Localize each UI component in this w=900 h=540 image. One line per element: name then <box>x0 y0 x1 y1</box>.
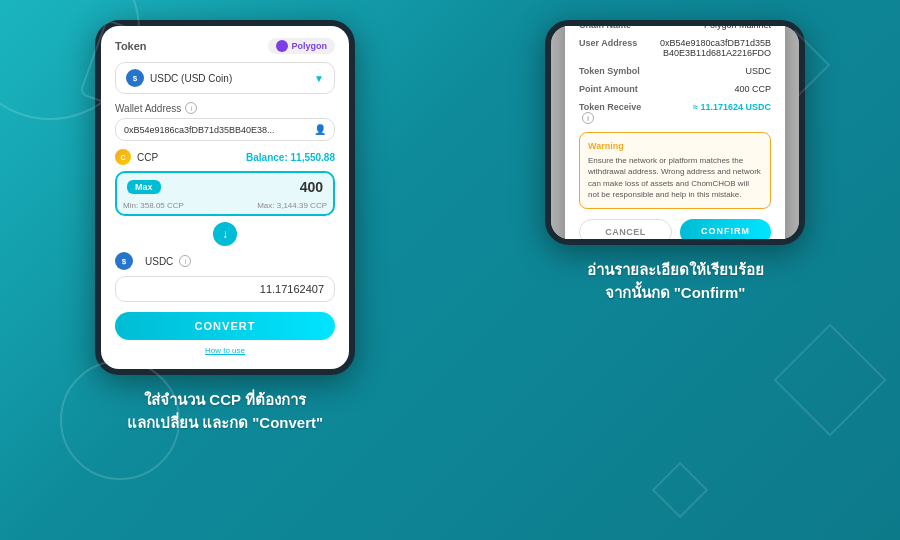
amount-input-container[interactable]: Max 400 Min: 358.05 CCP Max: 3,144.39 CC… <box>115 171 335 216</box>
warning-text: Ensure the network or platform matches t… <box>588 155 762 200</box>
cancel-button[interactable]: CANCEL <box>579 219 672 239</box>
confirm-overlay: Chain Name Polygon Mainnet User Address … <box>551 26 799 239</box>
left-panel: Token Polygon $ USDC (USD Coin) ▼ <box>0 0 450 434</box>
usdc-icon: $ <box>115 252 133 270</box>
ccp-balance-row: C CCP Balance: 11,550.88 <box>115 149 335 165</box>
token-receive-key: Token Receive i <box>579 102 656 124</box>
confirm-dialog: Chain Name Polygon Mainnet User Address … <box>565 26 785 239</box>
wallet-input-row[interactable]: 0xB54e9186ca3fDB71d35BB40E38... 👤 <box>115 118 335 141</box>
token-receive-val: ≈ 11.171624 USDC <box>656 102 771 124</box>
user-address-val: 0xB54e9180ca3fDB71d35BB40E3B11d681A2216F… <box>656 38 771 58</box>
token-label: Token <box>115 40 147 52</box>
main-layout: Token Polygon $ USDC (USD Coin) ▼ <box>0 0 900 434</box>
usdc-select-icon: $ <box>126 69 144 87</box>
usdc-section: $ USDC i <box>115 252 335 270</box>
chain-name-row: Chain Name Polygon Mainnet <box>579 26 771 30</box>
right-phone-mockup: Token Polygon $ USDC (USD Coin) ▼ <box>545 20 805 245</box>
token-symbol-val: USDC <box>656 66 771 76</box>
left-caption: ใส่จำนวน CCP ที่ต้องการ แลกเปลี่ยน และกด… <box>127 389 323 434</box>
right-caption: อ่านรายละเอียดให้เรียบร้อย จากนั้นกด "Co… <box>587 259 764 304</box>
point-amount-row: Point Amount 400 CCP <box>579 84 771 94</box>
right-phone-content: Token Polygon $ USDC (USD Coin) ▼ <box>551 26 799 239</box>
token-receive-row: Token Receive i ≈ 11.171624 USDC <box>579 102 771 124</box>
usdc-output-label: USDC <box>145 256 173 267</box>
amount-input-row: Max 400 <box>117 173 333 201</box>
right-caption-text: อ่านรายละเอียดให้เรียบร้อย จากนั้นกด "Co… <box>587 259 764 304</box>
left-phone-mockup: Token Polygon $ USDC (USD Coin) ▼ <box>95 20 355 375</box>
min-max-row: Min: 358.05 CCP Max: 3,144.39 CCP <box>117 201 333 214</box>
arrow-down-icon: ↓ <box>213 222 237 246</box>
min-label: Min: 358.05 CCP <box>123 201 184 210</box>
warning-title: Warning <box>588 141 762 151</box>
chain-name-key: Chain Name <box>579 26 656 30</box>
token-row: Token Polygon <box>115 38 335 54</box>
right-panel: Token Polygon $ USDC (USD Coin) ▼ <box>450 0 900 434</box>
usdc-output-value: 11.17162407 <box>126 283 324 295</box>
right-phone-inner: Token Polygon $ USDC (USD Coin) ▼ <box>551 26 799 239</box>
usdc-info-icon: i <box>179 255 191 267</box>
token-receive-info-icon: i <box>582 112 594 124</box>
amount-value: 400 <box>171 179 323 195</box>
convert-button[interactable]: CONVERT <box>115 312 335 340</box>
wallet-copy-icon: 👤 <box>314 124 326 135</box>
point-amount-key: Point Amount <box>579 84 656 94</box>
token-symbol-key: Token Symbol <box>579 66 656 76</box>
wallet-address-value: 0xB54e9186ca3fDB71d35BB40E38... <box>124 125 314 135</box>
token-select[interactable]: $ USDC (USD Coin) ▼ <box>115 62 335 94</box>
ccp-label: CCP <box>137 152 158 163</box>
user-address-row: User Address 0xB54e9180ca3fDB71d35BB40E3… <box>579 38 771 58</box>
polygon-icon <box>276 40 288 52</box>
left-caption-text: ใส่จำนวน CCP ที่ต้องการ แลกเปลี่ยน และกด… <box>127 389 323 434</box>
wallet-info-icon: i <box>185 102 197 114</box>
confirm-button[interactable]: CONFIRM <box>680 219 771 239</box>
arrow-down-section: ↓ <box>115 222 335 246</box>
left-phone-content: Token Polygon $ USDC (USD Coin) ▼ <box>101 26 349 369</box>
polygon-badge: Polygon <box>268 38 336 54</box>
wallet-address-label: Wallet Address i <box>115 102 335 114</box>
warning-box: Warning Ensure the network or platform m… <box>579 132 771 209</box>
chain-name-val: Polygon Mainnet <box>656 26 771 30</box>
usdc-output-box: 11.17162407 <box>115 276 335 302</box>
left-phone-inner: Token Polygon $ USDC (USD Coin) ▼ <box>101 26 349 369</box>
polygon-label: Polygon <box>292 41 328 51</box>
ccp-balance: Balance: 11,550.88 <box>246 152 335 163</box>
dropdown-arrow-icon: ▼ <box>314 73 324 84</box>
token-select-name: USDC (USD Coin) <box>150 73 314 84</box>
bg-diamond-3 <box>652 462 709 519</box>
dialog-buttons: CANCEL CONFIRM <box>579 219 771 239</box>
user-address-key: User Address <box>579 38 656 58</box>
ccp-icon: C <box>115 149 131 165</box>
token-symbol-row: Token Symbol USDC <box>579 66 771 76</box>
point-amount-val: 400 CCP <box>656 84 771 94</box>
max-range-label: Max: 3,144.39 CCP <box>257 201 327 210</box>
how-to-use-left[interactable]: How to use <box>115 346 335 355</box>
max-badge[interactable]: Max <box>127 180 161 194</box>
